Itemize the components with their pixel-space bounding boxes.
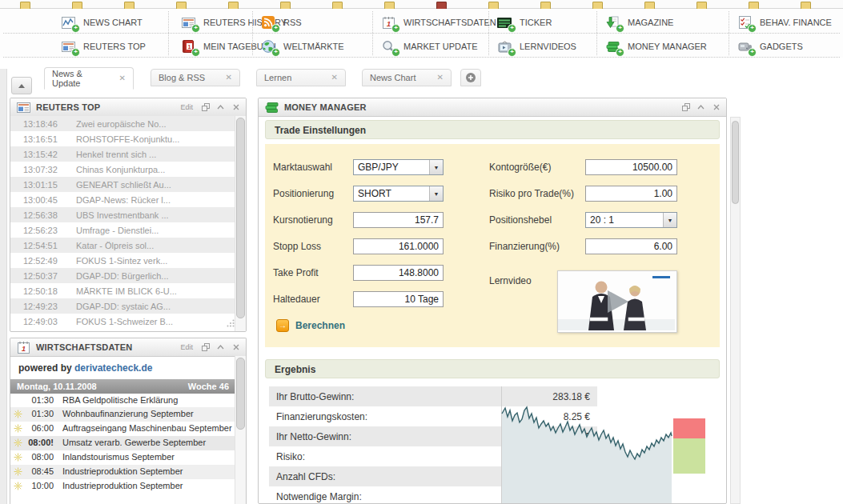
scrollbar[interactable] [235,116,246,331]
news-item[interactable]: 12:50:18MÄRKTE IM BLICK 6-U... [10,283,235,298]
tab-news-chart[interactable]: News Chart✕ [362,69,452,86]
derivatecheck-link[interactable]: derivatecheck.de [74,362,152,374]
input-haltedauer[interactable]: 10 Tage [353,291,444,307]
popout-icon[interactable] [200,342,211,353]
toolbar-item-rss[interactable]: +RSS [260,11,302,34]
close-panel-icon[interactable] [231,342,241,353]
input-kursnotierung[interactable]: 157.7 [353,212,444,228]
input-finanzierung-[interactable]: 6.00 [585,238,677,254]
plus-circle-icon [465,72,476,83]
close-panel-icon[interactable] [231,102,241,113]
collapse-panel-icon[interactable] [696,102,706,113]
add-widget-badge-icon: + [508,48,516,57]
magazine-icon: + [604,15,620,30]
collapse-toolbar-button[interactable] [11,77,32,94]
scrollbar-thumb[interactable] [236,358,245,430]
collapse-panel-icon[interactable] [215,102,226,113]
toolbar-item-money-manager[interactable]: +MONEY MANAGER [604,35,707,58]
news-item[interactable]: 12:54:51Katar - Ölpreis sol... [10,238,235,253]
tab-blog-rss[interactable]: Blog & RSS✕ [151,69,240,86]
money-manager-panel-header[interactable]: MONEY MANAGER [259,98,726,117]
popout-icon[interactable] [200,102,211,113]
news-item[interactable]: 13:01:15GENEART schließt Au... [10,177,235,192]
toolbar-item-label: MONEY MANAGER [628,42,707,51]
collapse-panel-icon[interactable] [215,342,226,353]
input-risiko-pro-trade-[interactable]: 1.00 [585,186,677,202]
event-time: 06:00 [24,423,62,433]
toolbar-item-ticker[interactable]: +TICKER [496,11,552,34]
news-time: 12:52:49 [10,256,66,266]
ticker-icon: + [496,15,512,30]
news-item[interactable]: 12:49:23DGAP-DD: systaic AG... [10,298,235,314]
news-item[interactable]: 12:50:37DGAP-DD: Bürgerlich... [10,268,235,283]
edit-button[interactable]: Edit [180,343,193,351]
news-headline: Umfrage - Dienstlei... [66,226,159,235]
news-headline: MÄRKTE IM BLICK 6-U... [66,286,177,296]
news-item[interactable]: 13:18:46Zwei europäische No... [10,116,235,131]
popout-icon[interactable] [680,102,691,113]
trading-dashboard: { "toolbar": { "row1": [ {"label":"NEWS … [0,0,843,504]
money-icon: + [604,39,620,54]
close-tab-icon[interactable]: ✕ [331,74,338,82]
select-marktauswahl[interactable]: GBP/JPY▼ [353,159,444,175]
input-kontogr-e-[interactable]: 10500.00 [585,159,677,175]
close-tab-icon[interactable]: ✕ [226,74,232,82]
toolbar-item-magazine[interactable]: +MAGAZINE [604,11,673,34]
toolbar-item-gadgets[interactable]: +GADGETS [737,35,803,58]
powered-by-line: powered by derivatecheck.de [10,356,235,379]
close-tab-icon[interactable]: ✕ [437,74,444,82]
add-widget-badge-icon: + [748,24,757,33]
scrollbar-thumb[interactable] [732,121,739,204]
toolbar-item-lernvideos[interactable]: +LERNVIDEOS [496,35,576,58]
field-label-take-profit: Take Profit [273,267,319,278]
select-positionshebel[interactable]: 20 : 1▼ [585,212,677,228]
news-headline: Zwei europäische No... [66,119,167,129]
news-item[interactable]: 13:15:42Henkel trennt sich ... [10,146,235,162]
panel-title: REUTERS TOP [36,102,175,112]
add-widget-badge-icon: + [508,24,516,33]
wirtschaftsdaten-panel-header[interactable]: 1 WIRTSCHAFTSDATEN Edit [10,338,246,357]
news-item[interactable]: 13:16:51ROHSTOFFE-Konjunktu... [10,131,235,146]
toolbar-item-market-update[interactable]: +MARKET UPDATE [380,35,478,58]
toolbar-item-label: REUTERS TOP [83,42,146,51]
news-item[interactable]: 13:00:45DGAP-News: Rücker l... [10,192,235,207]
tab-lernen[interactable]: Lernen✕ [256,69,346,86]
berechnen-button[interactable]: → Berechnen [276,319,345,332]
news-list: 13:18:46Zwei europäische No...13:16:51RO… [10,116,235,331]
input-take-profit[interactable]: 148.8000 [353,265,444,281]
news-item[interactable]: 12:56:38UBS Investmentbank ... [10,207,235,222]
toolbar-separator [252,11,253,55]
lernvideo-thumbnail[interactable] [557,270,677,333]
toolbar-item-behav-finance[interactable]: +BEHAV. FINANCE [737,11,832,34]
close-panel-icon[interactable] [711,102,721,113]
edit-button[interactable]: Edit [180,103,193,111]
svg-text:1: 1 [188,44,191,50]
scrollbar-thumb[interactable] [236,118,245,318]
toolbar-item-reuters-top[interactable]: +REUTERS TOP [60,35,146,58]
tab-label: News & Update [52,69,113,88]
resize-grip[interactable] [227,316,235,330]
no-icon [10,395,24,396]
input-stopp-loss[interactable]: 161.0000 [353,238,444,254]
select-positionierung[interactable]: SHORT▼ [353,186,444,202]
content-scrollbar[interactable] [730,117,741,504]
add-widget-badge-icon: + [191,48,200,57]
news-chart-icon: + [60,15,76,30]
tab-news-update[interactable]: News & Update✕ [44,67,134,90]
close-tab-icon[interactable]: ✕ [119,74,126,82]
news-item[interactable]: 13:07:32Chinas Konjunkturpa... [10,162,235,177]
reuters-top-panel-header[interactable]: REUTERS TOP Edit [10,98,246,117]
news-time: 12:54:51 [10,241,66,250]
toolbar-item-weltm-rkte[interactable]: +WELTMÄRKTE [260,35,344,58]
toolbar-item-wirtschaftsdaten[interactable]: 1+WIRTSCHAFTSDATEN [380,11,496,34]
news-item[interactable]: 12:56:23Umfrage - Dienstlei... [10,222,235,238]
scrollbar[interactable] [235,356,246,504]
trade-settings-section-header: Trade Einstellungen [265,120,720,139]
toolbar-separator [729,11,729,55]
news-item[interactable]: 12:52:49FOKUS 1-Sintez verk... [10,253,235,268]
reuters-top-panel: REUTERS TOP Edit 13:18:46Zwei europäisch… [10,98,247,332]
add-tab-button[interactable] [460,69,481,86]
news-item[interactable]: 12:49:03FOKUS 1-Schweizer B... [10,314,235,329]
add-widget-badge-icon: + [616,48,624,57]
toolbar-item-news-chart[interactable]: +NEWS CHART [60,11,143,34]
